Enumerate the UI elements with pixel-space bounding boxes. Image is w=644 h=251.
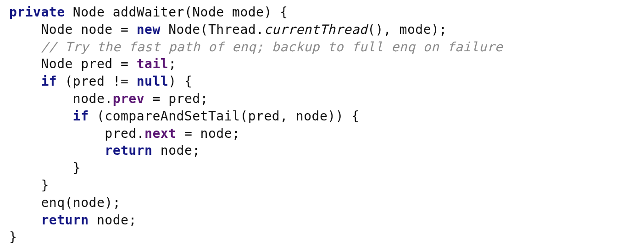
keyword-if: if bbox=[41, 74, 57, 89]
indent-guide bbox=[9, 195, 41, 210]
indent-guide bbox=[9, 213, 41, 228]
code-line: } bbox=[9, 229, 17, 245]
code-text: = node; bbox=[177, 126, 240, 141]
code-line: if (compareAndSetTail(pred, node)) { bbox=[9, 109, 360, 124]
code-line: pred.next = node; bbox=[9, 126, 240, 141]
code-text: Node(Thread. bbox=[161, 22, 264, 37]
code-text: ; bbox=[168, 56, 176, 71]
code-line: Node pred = tail; bbox=[9, 56, 177, 71]
code-line: // Try the fast path of enq; backup to f… bbox=[9, 39, 503, 55]
code-line: return node; bbox=[9, 143, 200, 158]
indent-guide bbox=[9, 91, 73, 106]
code-line: return node; bbox=[9, 213, 137, 228]
code-text: enq(node); bbox=[41, 195, 121, 210]
keyword-return: return bbox=[41, 213, 89, 228]
field-tail: tail bbox=[137, 56, 168, 71]
code-text: node; bbox=[89, 213, 137, 228]
indent-guide bbox=[9, 22, 41, 37]
code-text: Node pred = bbox=[41, 56, 136, 71]
code-line: if (pred != null) { bbox=[9, 74, 192, 89]
code-line: } bbox=[9, 178, 49, 193]
code-text: ) { bbox=[168, 74, 192, 89]
keyword-private: private bbox=[9, 5, 65, 20]
code-text: Node addWaiter(Node mode) { bbox=[65, 5, 288, 20]
code-text: } bbox=[9, 229, 17, 245]
indent-guide bbox=[9, 160, 73, 175]
keyword-if: if bbox=[73, 109, 89, 124]
comment: // Try the fast path of enq; backup to f… bbox=[41, 39, 503, 55]
field-prev: prev bbox=[113, 91, 144, 106]
code-text: (compareAndSetTail(pred, node)) { bbox=[89, 109, 360, 124]
code-text: } bbox=[73, 160, 81, 175]
keyword-new: new bbox=[137, 22, 161, 37]
field-next: next bbox=[144, 126, 176, 141]
code-text: pred. bbox=[105, 126, 144, 141]
method-currentThread: currentThread bbox=[264, 22, 367, 37]
keyword-null: null bbox=[137, 74, 168, 89]
code-text: = pred; bbox=[144, 91, 208, 106]
indent-guide bbox=[9, 178, 41, 193]
code-line: enq(node); bbox=[9, 195, 121, 210]
code-block: private Node addWaiter(Node mode) { Node… bbox=[0, 0, 644, 250]
indent-guide bbox=[9, 109, 73, 124]
code-text: Node node = bbox=[41, 22, 136, 37]
indent-guide bbox=[9, 39, 41, 55]
indent-guide bbox=[9, 56, 41, 71]
code-line: Node node = new Node(Thread.currentThrea… bbox=[9, 22, 447, 37]
code-text: node; bbox=[152, 143, 200, 158]
indent-guide bbox=[9, 74, 41, 89]
indent-guide bbox=[9, 143, 105, 158]
code-line: node.prev = pred; bbox=[9, 91, 208, 106]
indent-guide bbox=[9, 126, 105, 141]
code-text: (), mode); bbox=[367, 22, 447, 37]
keyword-return: return bbox=[105, 143, 152, 158]
code-text: node. bbox=[73, 91, 113, 106]
code-text: (pred != bbox=[57, 74, 137, 89]
code-text: } bbox=[41, 178, 49, 193]
code-line: private Node addWaiter(Node mode) { bbox=[9, 5, 288, 20]
code-line: } bbox=[9, 160, 81, 175]
